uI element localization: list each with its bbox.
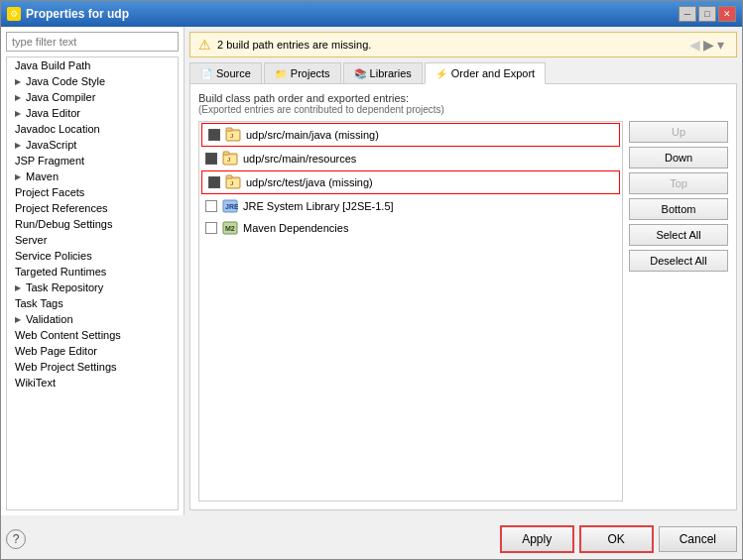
cancel-button[interactable]: Cancel <box>659 526 737 552</box>
sidebar-label: Java Code Style <box>26 75 105 87</box>
sidebar-item-java-editor[interactable]: Java Editor <box>7 105 178 121</box>
entry-icon-3: J <box>225 174 241 190</box>
tabs-container: 📄 Source 📁 Projects 📚 Libraries ⚡ Order … <box>189 62 737 84</box>
warning-bar: ⚠ 2 build path entries are missing. ◀ ▶ … <box>189 32 737 57</box>
ok-button[interactable]: OK <box>579 525 654 553</box>
panel-description: Build class path order and exported entr… <box>198 92 728 115</box>
sidebar-item-maven[interactable]: Maven <box>7 168 178 184</box>
list-item[interactable]: JRE JRE System Library [J2SE-1.5] <box>199 195 622 217</box>
sidebar-item-task-tags[interactable]: Task Tags <box>7 295 178 311</box>
list-item[interactable]: M2 Maven Dependencies <box>199 217 622 239</box>
maximize-button[interactable]: □ <box>698 6 716 22</box>
list-item[interactable]: J udp/src/test/java (missing) <box>201 170 620 194</box>
panel-content: Build class path order and exported entr… <box>189 84 737 510</box>
window-title: Properties for udp <box>26 7 129 21</box>
window-icon: ⚙ <box>7 7 21 21</box>
main-window: ⚙ Properties for udp ─ □ ✕ Java Build Pa… <box>0 0 743 560</box>
panel-title: Build class path order and exported entr… <box>198 92 728 104</box>
sidebar-item-java-code-style[interactable]: Java Code Style <box>7 73 178 89</box>
main-panel: ⚠ 2 build path entries are missing. ◀ ▶ … <box>185 27 742 515</box>
bottom-bar: ? Apply OK Cancel <box>1 519 742 559</box>
sidebar-item-wikitext[interactable]: WikiText <box>7 375 178 391</box>
sidebar-label: Java Editor <box>26 107 80 119</box>
sidebar-label: Project Facets <box>15 186 84 198</box>
top-button[interactable]: Top <box>629 172 728 194</box>
sidebar-item-task-repository[interactable]: Task Repository <box>7 280 178 295</box>
entry-icon-5: M2 <box>222 220 238 236</box>
sidebar-item-web-project-settings[interactable]: Web Project Settings <box>7 359 178 375</box>
sidebar-label: Project References <box>15 202 108 214</box>
sidebar-item-server[interactable]: Server <box>7 232 178 248</box>
sidebar-label: Run/Debug Settings <box>15 218 112 230</box>
sidebar-label: Service Policies <box>15 250 92 262</box>
search-input[interactable] <box>6 32 179 52</box>
down-button[interactable]: Down <box>629 147 728 168</box>
sidebar-item-service-policies[interactable]: Service Policies <box>7 248 178 264</box>
sidebar-item-project-facets[interactable]: Project Facets <box>7 184 178 200</box>
tab-order-export[interactable]: ⚡ Order and Export <box>425 62 546 84</box>
sidebar-item-javascript[interactable]: JavaScript <box>7 137 178 153</box>
warning-icon: ⚠ <box>198 37 211 53</box>
entry-checkbox-2[interactable] <box>205 153 217 165</box>
tab-projects-label: Projects <box>291 67 330 79</box>
sidebar-item-run-debug-settings[interactable]: Run/Debug Settings <box>7 216 178 232</box>
sidebar-label: Targeted Runtimes <box>15 266 106 278</box>
select-all-button[interactable]: Select All <box>629 224 728 246</box>
apply-button[interactable]: Apply <box>500 525 574 553</box>
entry-icon-4: JRE <box>222 198 238 214</box>
svg-rect-9 <box>226 175 232 178</box>
panel-subtitle: (Exported entries are contributed to dep… <box>198 104 728 115</box>
sidebar-item-validation[interactable]: Validation <box>7 311 178 327</box>
help-button[interactable]: ? <box>6 529 26 549</box>
warning-text: 2 build path entries are missing. <box>217 39 371 51</box>
sidebar-label: Validation <box>26 313 73 325</box>
bottom-button[interactable]: Bottom <box>629 198 728 220</box>
minimize-button[interactable]: ─ <box>679 6 696 22</box>
entry-checkbox-3[interactable] <box>208 176 220 188</box>
tab-projects[interactable]: 📁 Projects <box>264 62 341 83</box>
list-item[interactable]: J udp/src/main/java (missing) <box>201 123 620 147</box>
svg-rect-1 <box>226 128 232 131</box>
deselect-all-button[interactable]: Deselect All <box>629 250 728 272</box>
up-button[interactable]: Up <box>629 121 728 143</box>
entries-list: J udp/src/main/java (missing) J <box>198 121 623 502</box>
sidebar-item-targeted-runtimes[interactable]: Targeted Runtimes <box>7 264 178 280</box>
entry-text-3: udp/src/test/java (missing) <box>246 176 373 188</box>
sidebar-item-web-page-editor[interactable]: Web Page Editor <box>7 343 178 359</box>
entry-text-5: Maven Dependencies <box>243 222 348 234</box>
tab-order-export-label: Order and Export <box>451 67 535 79</box>
entry-icon-2: J <box>222 151 238 167</box>
side-buttons: Up Down Top Bottom Select All Deselect A… <box>629 121 728 502</box>
entry-text-1: udp/src/main/java (missing) <box>246 129 379 141</box>
tab-libraries[interactable]: 📚 Libraries <box>343 62 423 83</box>
nav-down-arrow[interactable]: ▾ <box>717 37 724 53</box>
svg-text:M2: M2 <box>225 225 235 232</box>
sidebar-label: Java Compiler <box>26 91 95 103</box>
sidebar-item-jsp-fragment[interactable]: JSP Fragment <box>7 153 178 168</box>
sidebar-item-web-content-settings[interactable]: Web Content Settings <box>7 327 178 343</box>
tab-libraries-label: Libraries <box>370 67 412 79</box>
projects-tab-icon: 📁 <box>275 68 287 79</box>
entry-checkbox-4[interactable] <box>205 200 217 212</box>
tab-source-label: Source <box>216 67 251 79</box>
sidebar-label: Web Content Settings <box>15 329 121 341</box>
sidebar-list: Java Build Path Java Code Style Java Com… <box>6 56 179 510</box>
list-item[interactable]: J udp/src/main/resources <box>199 148 622 169</box>
sidebar-item-java-compiler[interactable]: Java Compiler <box>7 89 178 105</box>
entry-icon-1: J <box>225 127 241 143</box>
sidebar-label: WikiText <box>15 377 56 389</box>
close-button[interactable]: ✕ <box>718 6 736 22</box>
entry-text-2: udp/src/main/resources <box>243 153 356 165</box>
sidebar-label: JavaScript <box>26 139 76 151</box>
tab-source[interactable]: 📄 Source <box>189 62 262 83</box>
sidebar-label: Task Repository <box>26 281 103 293</box>
sidebar-item-java-build-path[interactable]: Java Build Path <box>7 57 178 73</box>
sidebar-item-javadoc-location[interactable]: Javadoc Location <box>7 121 178 137</box>
entry-checkbox-5[interactable] <box>205 222 217 234</box>
sidebar-item-project-references[interactable]: Project References <box>7 200 178 216</box>
tabs: 📄 Source 📁 Projects 📚 Libraries ⚡ Order … <box>189 62 737 84</box>
sidebar-label: Javadoc Location <box>15 123 100 135</box>
nav-back-arrow[interactable]: ◀ <box>689 37 700 53</box>
nav-forward-arrow[interactable]: ▶ <box>703 37 714 53</box>
entry-checkbox-1[interactable] <box>208 129 220 141</box>
